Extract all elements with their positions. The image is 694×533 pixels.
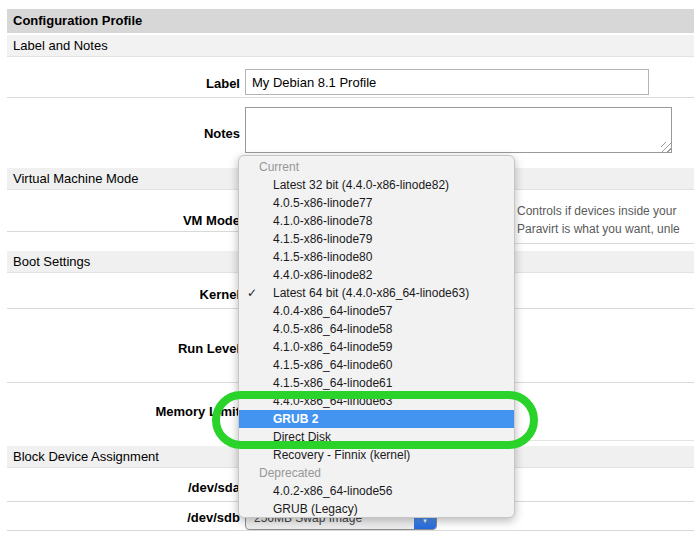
kernel-option-label: Latest 64 bit (4.4.0-x86_64-linode63) [273, 286, 469, 300]
checkmark-icon: ✓ [247, 284, 257, 302]
label-field-label: Label [0, 76, 240, 91]
kernel-option[interactable]: 4.1.5-x86-linode79 [239, 230, 514, 248]
resize-grip-icon[interactable] [661, 142, 671, 152]
kernel-option-label: 4.1.0-x86_64-linode59 [273, 340, 392, 354]
kernel-option-label: 4.0.2-x86_64-linode56 [273, 484, 392, 498]
vm-mode-help-text: Controls if devices inside your Paravirt… [517, 202, 694, 238]
kernel-option-label: 4.0.5-x86_64-linode58 [273, 322, 392, 336]
kernel-option-label: Latest 32 bit (4.4.0-x86-linode82) [273, 178, 449, 192]
kernel-option-label: 4.1.0-x86-linode78 [273, 214, 372, 228]
kernel-label: Kernel [0, 287, 240, 302]
kernel-option[interactable]: 4.0.5-x86-linode77 [239, 194, 514, 212]
kernel-group-header: Deprecated [239, 464, 514, 482]
kernel-option[interactable]: 4.4.0-x86_64-linode63 [239, 392, 514, 410]
kernel-group-header: Current [239, 158, 514, 176]
row-divider [515, 243, 694, 244]
row-divider [7, 231, 238, 232]
memory-limit-label: Memory Limit [0, 404, 240, 419]
kernel-option[interactable]: Latest 32 bit (4.4.0-x86-linode82) [239, 176, 514, 194]
kernel-option-label: 4.1.5-x86-linode79 [273, 232, 372, 246]
label-input[interactable] [245, 69, 649, 95]
kernel-option[interactable]: 4.4.0-x86-linode82 [239, 266, 514, 284]
kernel-option[interactable]: Recovery - Finnix (kernel) [239, 446, 514, 464]
kernel-option[interactable]: 4.1.5-x86_64-linode61 [239, 374, 514, 392]
vm-mode-help-line2: Paravirt is what you want, unle [517, 220, 694, 238]
kernel-option-label: 4.1.5-x86_64-linode61 [273, 376, 392, 390]
vm-mode-label: VM Mode [0, 213, 240, 228]
kernel-option-label: Deprecated [259, 466, 321, 480]
kernel-option[interactable]: GRUB (Legacy) [239, 500, 514, 518]
kernel-option[interactable]: Direct Disk [239, 428, 514, 446]
kernel-option-label: 4.1.5-x86-linode80 [273, 250, 372, 264]
kernel-option[interactable]: ✓Latest 64 bit (4.4.0-x86_64-linode63) [239, 284, 514, 302]
kernel-option[interactable]: 4.1.5-x86_64-linode60 [239, 356, 514, 374]
kernel-option[interactable]: 4.1.0-x86-linode78 [239, 212, 514, 230]
page-title: Configuration Profile [7, 9, 694, 33]
kernel-option[interactable]: 4.1.0-x86_64-linode59 [239, 338, 514, 356]
kernel-option-label: Current [259, 160, 299, 174]
dev-sdb-label: /dev/sdb [0, 510, 240, 525]
kernel-option-label: Direct Disk [273, 430, 331, 444]
row-divider [515, 440, 694, 441]
kernel-option-label: GRUB 2 [273, 412, 318, 426]
kernel-option-label: GRUB (Legacy) [273, 502, 358, 516]
kernel-option-label: 4.0.4-x86_64-linode57 [273, 304, 392, 318]
vm-mode-help-line1: Controls if devices inside your [517, 202, 694, 220]
run-level-label: Run Level [0, 341, 240, 356]
kernel-option[interactable]: 4.1.5-x86-linode80 [239, 248, 514, 266]
kernel-option-label: 4.4.0-x86-linode82 [273, 268, 372, 282]
kernel-option[interactable]: GRUB 2 [239, 410, 514, 428]
notes-textarea[interactable] [245, 107, 672, 153]
kernel-option[interactable]: 4.0.4-x86_64-linode57 [239, 302, 514, 320]
dev-sda-label: /dev/sda [0, 480, 240, 495]
kernel-dropdown-menu: CurrentLatest 32 bit (4.4.0-x86-linode82… [238, 155, 515, 518]
configuration-profile-page: Configuration Profile Label and Notes La… [0, 0, 694, 533]
notes-field-label: Notes [0, 126, 240, 141]
row-divider [7, 530, 694, 531]
kernel-option[interactable]: 4.0.2-x86_64-linode56 [239, 482, 514, 500]
kernel-option-label: 4.0.5-x86-linode77 [273, 196, 372, 210]
section-header-label-and-notes: Label and Notes [7, 35, 694, 57]
kernel-option-label: Recovery - Finnix (kernel) [273, 448, 410, 462]
kernel-option-label: 4.1.5-x86_64-linode60 [273, 358, 392, 372]
row-divider [7, 97, 694, 98]
kernel-option[interactable]: 4.0.5-x86_64-linode58 [239, 320, 514, 338]
kernel-option-label: 4.4.0-x86_64-linode63 [273, 394, 392, 408]
